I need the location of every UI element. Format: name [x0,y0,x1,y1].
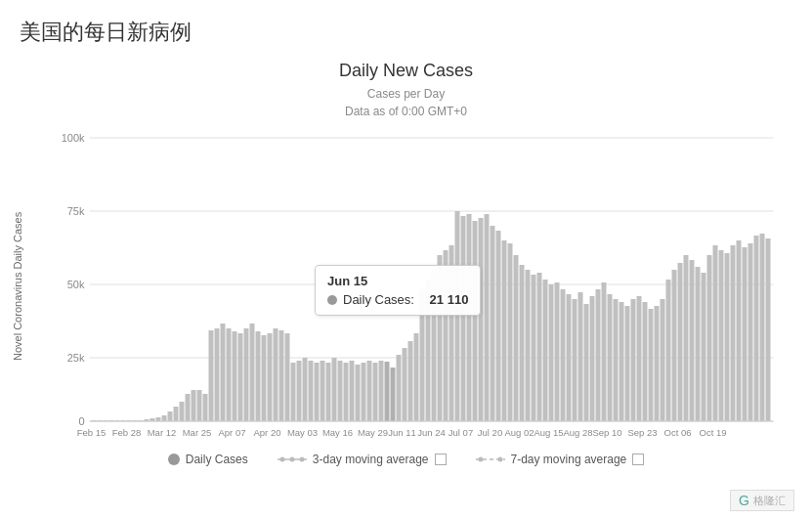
chart-svg: 100k 75k 50k 25k 0 [31,128,802,445]
svg-rect-54 [350,361,355,421]
svg-text:Sep 23: Sep 23 [627,427,657,438]
svg-rect-35 [238,333,243,421]
svg-rect-115 [707,255,712,421]
svg-rect-60 [385,362,390,421]
svg-text:Aug 15: Aug 15 [534,427,563,438]
svg-text:Apr 07: Apr 07 [219,427,246,438]
svg-rect-67 [426,280,431,421]
svg-rect-30 [209,330,214,421]
svg-rect-89 [555,282,560,421]
svg-rect-125 [766,238,771,421]
svg-rect-47 [309,361,314,421]
legend-daily-cases: Daily Cases [168,453,248,466]
svg-rect-38 [256,331,261,421]
svg-rect-83 [520,265,525,421]
legend-daily-cases-label: Daily Cases [186,453,248,466]
page-title: 美国的每日新病例 [0,0,812,55]
svg-rect-66 [420,289,425,421]
chart-inner: 100k 75k 50k 25k 0 [31,128,802,445]
chart-container: Daily New Cases Cases per Day Data as of… [0,61,812,466]
svg-rect-32 [221,324,226,421]
svg-rect-117 [719,250,724,421]
chart-subtitle: Cases per Day Data as of 0:00 GMT+0 [10,85,802,120]
svg-text:100k: 100k [62,132,85,144]
svg-rect-105 [649,309,654,421]
svg-text:Mar 12: Mar 12 [148,427,177,438]
svg-rect-58 [373,363,378,421]
svg-rect-99 [614,299,619,421]
svg-rect-87 [543,280,548,421]
legend-3day-label: 3-day moving average [313,453,429,466]
svg-point-152 [478,457,483,462]
svg-rect-86 [537,273,542,421]
svg-rect-112 [690,260,695,421]
svg-rect-114 [702,273,706,421]
legend-daily-cases-icon [168,454,180,465]
svg-text:Jul 07: Jul 07 [449,427,473,438]
svg-rect-119 [731,245,736,421]
legend-3day-icon [278,454,307,464]
svg-rect-75 [473,221,478,421]
svg-rect-113 [696,267,701,421]
svg-rect-24 [174,407,179,421]
svg-rect-46 [303,358,308,421]
svg-rect-79 [496,231,501,421]
svg-rect-92 [573,299,577,421]
svg-rect-34 [233,331,237,421]
svg-rect-76 [479,218,484,421]
svg-rect-57 [367,361,372,421]
svg-rect-90 [561,289,566,421]
svg-rect-49 [321,361,325,421]
svg-rect-103 [637,296,642,421]
svg-rect-122 [748,243,753,421]
svg-rect-121 [743,247,748,421]
svg-point-149 [289,457,294,462]
svg-text:Jun 11: Jun 11 [388,427,416,438]
svg-rect-78 [491,226,495,421]
svg-rect-39 [262,335,267,421]
svg-text:May 16: May 16 [322,427,353,438]
legend-3day-checkbox[interactable] [435,454,447,465]
svg-text:Feb 28: Feb 28 [112,427,142,438]
watermark: G 格隆汇 [730,490,794,511]
svg-text:25k: 25k [67,352,85,364]
svg-rect-93 [578,292,583,421]
svg-rect-27 [192,390,196,421]
svg-point-153 [497,457,502,462]
svg-text:0: 0 [78,415,84,427]
svg-rect-53 [344,363,349,421]
svg-rect-68 [432,270,437,421]
legend-7day-checkbox[interactable] [632,454,644,465]
svg-rect-84 [526,270,531,421]
svg-rect-98 [608,294,613,421]
svg-rect-85 [532,275,536,421]
svg-rect-70 [444,250,449,421]
svg-rect-111 [684,255,689,421]
svg-text:75k: 75k [67,205,85,217]
svg-rect-43 [285,333,290,421]
svg-rect-109 [672,270,677,421]
svg-text:Aug 02: Aug 02 [504,427,534,438]
svg-text:50k: 50k [67,279,85,290]
svg-rect-33 [227,328,232,421]
chart-legend: Daily Cases 3-day moving average 7-day m… [10,453,802,466]
svg-rect-81 [508,243,513,421]
svg-text:Feb 15: Feb 15 [77,427,107,438]
svg-text:Aug 28: Aug 28 [563,427,592,438]
legend-7day-icon [476,454,505,464]
svg-rect-28 [197,390,202,421]
svg-rect-77 [485,214,490,421]
svg-rect-63 [403,348,407,421]
svg-rect-48 [315,363,320,421]
svg-rect-94 [584,304,589,421]
svg-text:Oct 06: Oct 06 [664,427,692,438]
svg-text:Jul 20: Jul 20 [478,427,502,438]
svg-rect-42 [279,330,284,421]
svg-rect-41 [274,328,278,421]
svg-text:Mar 25: Mar 25 [183,427,212,438]
svg-rect-40 [268,333,273,421]
svg-rect-123 [754,236,759,421]
svg-rect-50 [326,363,331,421]
svg-rect-107 [661,299,665,421]
svg-rect-116 [713,245,718,421]
